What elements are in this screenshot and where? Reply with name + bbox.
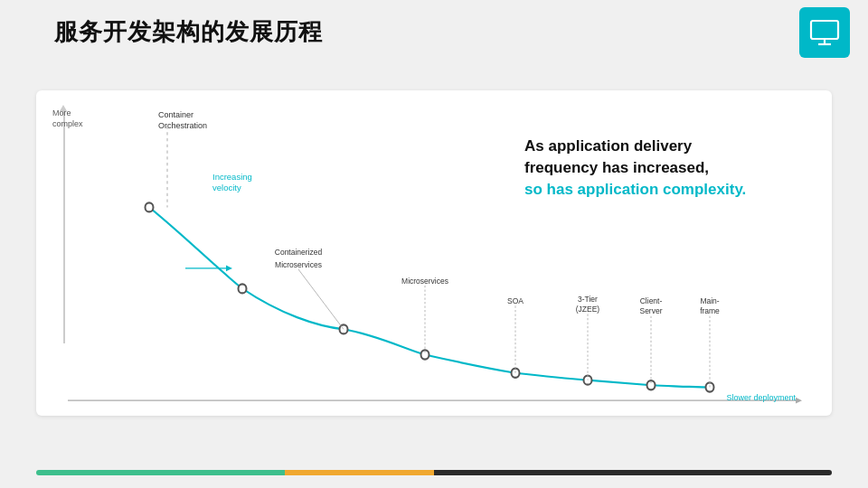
svg-text:(JZEE): (JZEE) (576, 305, 599, 314)
svg-text:frame: frame (700, 306, 720, 316)
svg-text:Microservices: Microservices (275, 259, 322, 269)
bar-green (36, 470, 285, 475)
monitor-icon (799, 7, 850, 58)
page-title: 服务开发架构的发展历程 (54, 16, 323, 48)
chart-svg: Containerized Microservices Microservice… (36, 90, 832, 416)
bar-orange (285, 470, 434, 475)
chart-inner: Morecomplex As application delivery freq… (36, 90, 832, 416)
svg-text:Containerized: Containerized (275, 248, 322, 258)
chart-container: Morecomplex As application delivery freq… (36, 90, 832, 416)
bar-dark (434, 470, 832, 475)
svg-text:Main-: Main- (700, 296, 719, 306)
svg-point-4 (239, 284, 247, 293)
svg-text:Server: Server (639, 306, 662, 316)
svg-point-3 (146, 202, 154, 211)
svg-marker-13 (226, 266, 232, 272)
svg-marker-31 (796, 398, 802, 404)
slower-deployment-label: Slower deployment (726, 393, 796, 402)
svg-text:SOA: SOA (507, 296, 524, 306)
svg-rect-0 (811, 21, 838, 39)
bottom-bar (36, 470, 832, 475)
svg-text:Client-: Client- (640, 296, 663, 306)
svg-text:3-Tier: 3-Tier (578, 295, 598, 305)
svg-text:Microservices: Microservices (401, 276, 448, 286)
